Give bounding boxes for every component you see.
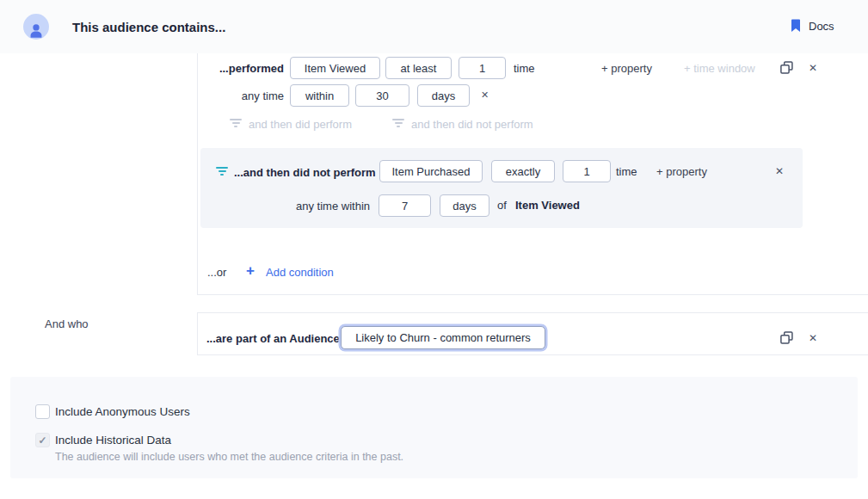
add-condition-link[interactable]: Add condition [266,266,334,279]
filter-icon [392,119,404,127]
historical-data-checkbox[interactable]: ✓ [35,433,50,447]
filter-icon [216,167,228,176]
audience-builder-page: This audience contains... Docs ...perfor… [0,0,868,499]
or-label: ...or [207,266,226,279]
anonymous-users-label: Include Anonymous Users [55,405,190,418]
audience-select[interactable]: Likely to Churn - common returners [341,326,545,349]
historical-data-description: The audience will include users who met … [55,451,403,463]
options-panel [10,377,858,478]
filter-icon [230,119,242,127]
then-did-not-perform-option[interactable]: and then did not perform [411,118,533,131]
remove-window-icon[interactable]: ✕ [481,90,489,100]
sub-operator-select[interactable]: exactly [491,160,555,182]
audience-label: ...are part of an Audience [206,332,340,345]
window-value-input[interactable] [355,84,409,107]
performed-label: ...performed [198,62,284,75]
avatar [23,14,49,40]
docs-label: Docs [809,20,834,33]
window-unit-select[interactable]: days [417,84,470,107]
any-time-label: any time [215,89,284,102]
operator-select[interactable]: at least [385,57,452,79]
sub-window-label: any time within [284,200,370,213]
duplicate-audience-icon[interactable] [780,331,793,344]
remove-audience-icon[interactable]: ✕ [809,333,817,343]
event-select[interactable]: Item Viewed [290,57,380,79]
sub-window-value-input[interactable] [379,194,431,217]
sub-add-property-link[interactable]: + property [656,165,707,178]
did-not-perform-label: ...and then did not perform [234,166,376,179]
count-input[interactable] [459,57,506,79]
sub-count-unit-label: time [616,165,637,178]
docs-button[interactable]: Docs [791,19,834,33]
sub-window-unit-select[interactable]: days [440,194,489,217]
page-title: This audience contains... [72,20,225,34]
historical-data-label: Include Historical Data [55,434,171,447]
count-unit-label: time [514,62,535,75]
add-property-link[interactable]: + property [601,62,652,75]
remove-condition-icon[interactable]: ✕ [809,63,817,73]
window-mode-select[interactable]: within [290,84,349,107]
bookmark-icon [791,19,801,33]
add-time-window-link: + time window [684,62,755,75]
and-who-label: And who [45,317,89,330]
duplicate-condition-icon[interactable] [780,61,793,74]
of-label: of [497,199,507,212]
sub-event-select[interactable]: Item Purchased [379,160,483,182]
anonymous-users-checkbox[interactable]: ✓ [35,404,50,419]
header: This audience contains... Docs [0,0,868,53]
reference-event-label: Item Viewed [515,199,580,212]
plus-icon[interactable]: + [246,263,255,278]
sub-count-input[interactable] [563,160,611,182]
check-icon: ✓ [38,434,46,447]
then-did-perform-option[interactable]: and then did perform [249,118,352,131]
person-icon [27,21,46,40]
remove-sub-condition-icon[interactable]: ✕ [775,166,784,176]
